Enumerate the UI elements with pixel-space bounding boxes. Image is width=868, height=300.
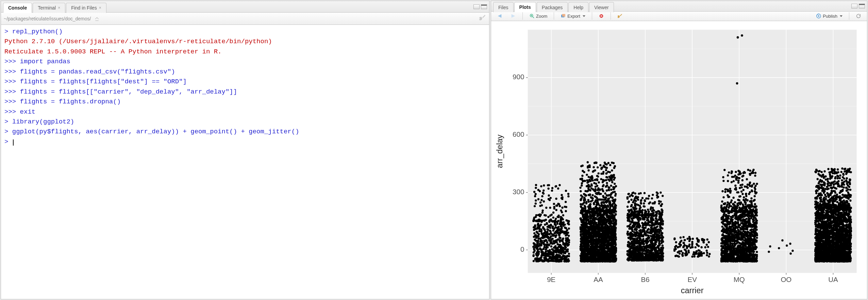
svg-point-2521	[601, 229, 603, 231]
svg-point-8341	[838, 215, 840, 217]
svg-point-8375	[839, 212, 841, 214]
tab-plots[interactable]: Plots	[514, 2, 536, 12]
tab-console[interactable]: Console	[3, 3, 32, 13]
svg-point-2108	[614, 240, 616, 242]
svg-point-5760	[725, 247, 727, 249]
svg-point-8207	[817, 234, 819, 236]
maximize-pane-icon[interactable]	[859, 4, 865, 9]
svg-point-524	[567, 237, 569, 239]
svg-point-8432	[839, 177, 841, 179]
svg-point-5992	[754, 185, 756, 187]
svg-point-3013	[582, 170, 584, 172]
zoom-button[interactable]: Zoom	[526, 12, 550, 20]
tab-packages[interactable]: Packages	[537, 2, 568, 12]
maximize-pane-icon[interactable]	[481, 4, 487, 9]
svg-point-4128	[650, 229, 652, 231]
tab-find-in-files[interactable]: Find in Files ×	[66, 3, 106, 13]
svg-point-3814	[660, 223, 662, 225]
svg-point-691	[539, 201, 541, 203]
tab-viewer[interactable]: Viewer	[589, 2, 614, 12]
svg-point-3602	[649, 224, 651, 226]
svg-point-4438	[701, 254, 703, 256]
svg-point-2657	[613, 257, 615, 260]
svg-point-2511	[586, 260, 588, 262]
svg-point-6035	[750, 197, 752, 199]
svg-point-3114	[607, 162, 610, 164]
svg-point-8263	[823, 221, 825, 223]
svg-point-6075	[737, 36, 739, 38]
svg-point-8823	[833, 190, 835, 192]
svg-point-4081	[659, 250, 661, 252]
svg-point-3148	[597, 189, 599, 191]
refresh-plot-button[interactable]	[853, 12, 864, 20]
svg-point-5599	[755, 213, 757, 215]
svg-point-751	[549, 214, 551, 216]
svg-point-5897	[740, 186, 742, 188]
svg-point-4184	[638, 193, 640, 195]
svg-point-6012	[731, 211, 733, 213]
svg-point-8882	[837, 206, 839, 209]
svg-point-8861	[822, 187, 824, 189]
svg-point-467	[564, 251, 566, 253]
ggplot-scatter: 03006009009EAAB6EVMQOOUAcarrierarr_delay	[495, 24, 862, 297]
clear-all-plots-button[interactable]	[614, 12, 626, 20]
clear-console-icon[interactable]	[479, 14, 486, 23]
svg-point-4154	[643, 202, 645, 204]
svg-point-5750	[749, 237, 751, 239]
tab-help[interactable]: Help	[568, 2, 588, 12]
close-icon[interactable]: ×	[99, 5, 101, 10]
close-icon[interactable]: ×	[58, 5, 60, 10]
svg-point-6034	[737, 170, 739, 172]
plot-next-button[interactable]	[507, 12, 519, 20]
svg-point-8041	[837, 246, 839, 248]
tab-terminal[interactable]: Terminal ×	[33, 3, 65, 13]
minimize-pane-icon[interactable]	[851, 4, 857, 9]
svg-point-4448	[697, 255, 699, 257]
svg-point-710	[534, 205, 536, 207]
minimize-pane-icon[interactable]	[473, 4, 480, 9]
svg-point-4336	[648, 214, 650, 216]
export-button[interactable]: Export	[557, 12, 588, 20]
svg-point-554	[547, 260, 549, 262]
svg-point-8327	[836, 241, 838, 243]
open-folder-icon[interactable]	[94, 15, 100, 21]
svg-point-4277	[657, 192, 659, 194]
svg-point-3950	[650, 219, 652, 221]
svg-point-8310	[826, 251, 828, 253]
plot-prev-button[interactable]	[494, 12, 505, 20]
svg-point-2656	[592, 222, 595, 224]
svg-point-6077	[789, 252, 791, 254]
svg-point-591	[564, 260, 566, 262]
svg-point-3055	[606, 204, 608, 206]
svg-point-8306	[817, 220, 819, 222]
remove-plot-button[interactable]	[596, 12, 607, 20]
svg-point-4321	[627, 213, 629, 215]
svg-point-3569	[655, 217, 657, 219]
svg-point-4282	[641, 197, 644, 199]
svg-point-8304	[817, 246, 819, 248]
svg-text:AA: AA	[594, 276, 603, 283]
svg-point-6000	[737, 177, 739, 179]
svg-point-4468	[692, 237, 694, 239]
svg-point-2230	[610, 233, 612, 235]
svg-point-3961	[638, 235, 640, 237]
svg-point-4352	[644, 209, 646, 211]
svg-point-4120	[659, 217, 661, 219]
svg-point-4244	[660, 191, 662, 194]
svg-point-8135	[848, 241, 850, 244]
svg-point-481	[535, 239, 537, 241]
svg-point-4105	[626, 232, 628, 234]
svg-point-4349	[630, 208, 632, 210]
svg-point-4337	[648, 195, 650, 197]
svg-point-8220	[840, 248, 842, 250]
svg-point-4131	[653, 248, 655, 250]
svg-point-4125	[641, 241, 644, 243]
svg-point-731	[550, 197, 552, 199]
publish-button[interactable]: Publish	[813, 12, 846, 20]
svg-point-4356	[703, 252, 705, 254]
tab-files[interactable]: Files	[493, 2, 514, 12]
svg-point-5632	[746, 213, 748, 215]
svg-point-213	[557, 226, 560, 228]
console-output[interactable]: > repl_python() Python 2.7.10 (/Users/jj…	[1, 25, 489, 299]
svg-point-3897	[654, 253, 656, 255]
